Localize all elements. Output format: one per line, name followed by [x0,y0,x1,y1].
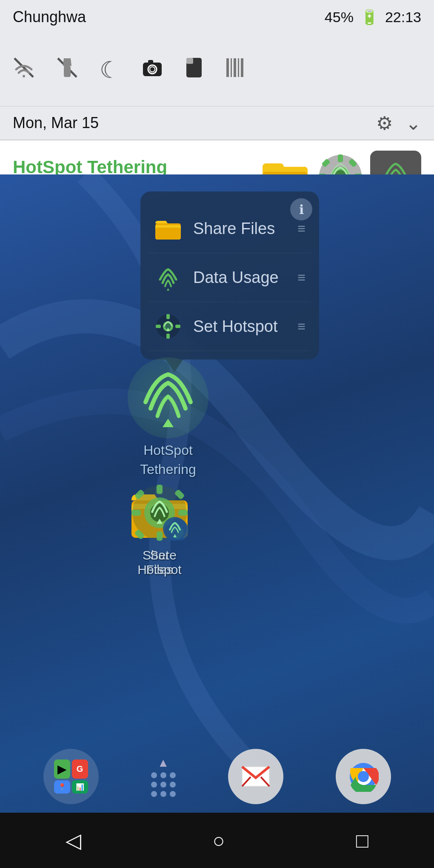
popup-set-hotspot-item[interactable]: Set Hotspot ≡ [149,302,311,351]
recent-button[interactable]: □ [356,829,368,852]
svg-marker-37 [166,288,170,291]
svg-rect-43 [156,325,161,328]
svg-marker-3 [63,58,71,66]
popup-set-hotspot-label: Set Hotspot [193,317,297,336]
svg-rect-55 [157,485,163,494]
svg-rect-4 [64,66,71,77]
svg-rect-56 [157,531,163,541]
desktop-area: ℹ Share Files ≡ [0,174,434,868]
dock-sheets-icon: 📊 [72,780,88,794]
popup-data-usage-item[interactable]: Data Usage ≡ [149,253,311,302]
popup-share-files-label: Share Files [193,220,297,238]
status-right: 45% 🔋 22:13 [325,9,421,26]
status-bar: Chunghwa 45% 🔋 22:13 [0,0,434,34]
back-button[interactable]: ◁ [66,828,81,852]
expand-chevron-icon[interactable]: ⌄ [405,112,421,134]
svg-point-71 [358,771,369,782]
svg-rect-8 [148,60,153,63]
quick-settings-bar: ☾ [0,34,434,106]
popup-gear-icon [153,311,183,341]
svg-rect-42 [166,334,170,339]
dot-6 [170,782,176,788]
svg-rect-12 [231,58,232,77]
drawer-arrow-icon: ▲ [157,756,169,770]
settings-gear-icon[interactable]: ⚙ [376,112,393,134]
dot-1 [151,772,157,778]
info-button[interactable]: ℹ [290,198,312,220]
carrier-text: Chunghwa [13,8,86,26]
dot-4 [151,782,157,788]
popup-data-usage-label: Data Usage [193,268,297,287]
svg-rect-36 [155,228,181,240]
date-row: Mon, Mar 15 ⚙ ⌄ [0,106,434,140]
svg-rect-23 [338,154,343,162]
svg-rect-14 [238,58,239,77]
svg-rect-15 [241,58,243,77]
dot-2 [160,772,166,778]
navigation-bar: ◁ ○ □ [0,813,434,868]
dock-play-icon: ▶ [54,760,70,779]
dot-8 [160,791,166,797]
popup-share-files-item[interactable]: Share Files ≡ [149,204,311,253]
dock-app-drawer-button[interactable]: ▲ [151,756,176,797]
nfc-icon[interactable] [185,56,203,84]
popup-folder-icon [153,214,183,243]
dock: ▶ G 📍 📊 ▲ [0,740,434,813]
wifi-off-icon[interactable] [13,57,35,84]
dock-maps-icon: 📍 [54,780,70,794]
dot-7 [151,791,157,797]
popup-wifi-icon [153,263,183,292]
flashlight-off-icon[interactable] [56,57,78,84]
home-button[interactable]: ○ [212,829,225,852]
time-display: 22:13 [385,9,421,26]
hotspot-icon-label-1: HotSpot [143,443,193,458]
popup-data-usage-handle: ≡ [297,270,306,286]
svg-rect-13 [234,58,236,77]
hotspot-tethering-icon[interactable]: HotSpot Tethering [128,357,208,477]
dock-apps-folder[interactable]: ▶ G 📍 📊 [43,749,99,804]
dock-chrome-icon[interactable] [336,749,391,804]
popup-share-files-handle: ≡ [297,221,306,237]
battery-icon: 🔋 [360,9,378,26]
svg-rect-58 [178,510,188,516]
svg-point-1 [23,75,25,77]
dot-3 [170,772,176,778]
svg-rect-41 [166,314,170,319]
dock-gr-icon: G [72,760,88,779]
set-hotspot-icon-label: Set Hotspot [128,548,191,577]
battery-percent: 45% [325,9,354,26]
dot-9 [170,791,176,797]
popup-set-hotspot-handle: ≡ [297,319,306,334]
svg-rect-44 [175,325,180,328]
dock-gmail-icon[interactable] [228,749,283,804]
dot-5 [160,782,166,788]
camera-icon[interactable] [141,57,163,84]
set-hotspot-desktop-icon[interactable]: Set Hotspot [128,481,191,577]
context-menu: ℹ Share Files ≡ [140,191,319,360]
svg-rect-57 [131,510,141,516]
drawer-dots [151,772,176,797]
barcode-icon[interactable] [225,57,247,84]
svg-rect-10 [186,58,193,64]
date-row-actions: ⚙ ⌄ [376,112,421,134]
date-text: Mon, Mar 15 [13,114,99,132]
hotspot-icon-label-2: Tethering [140,462,196,477]
svg-marker-46 [163,419,174,427]
moon-icon[interactable]: ☾ [100,57,120,83]
svg-rect-11 [226,58,229,77]
